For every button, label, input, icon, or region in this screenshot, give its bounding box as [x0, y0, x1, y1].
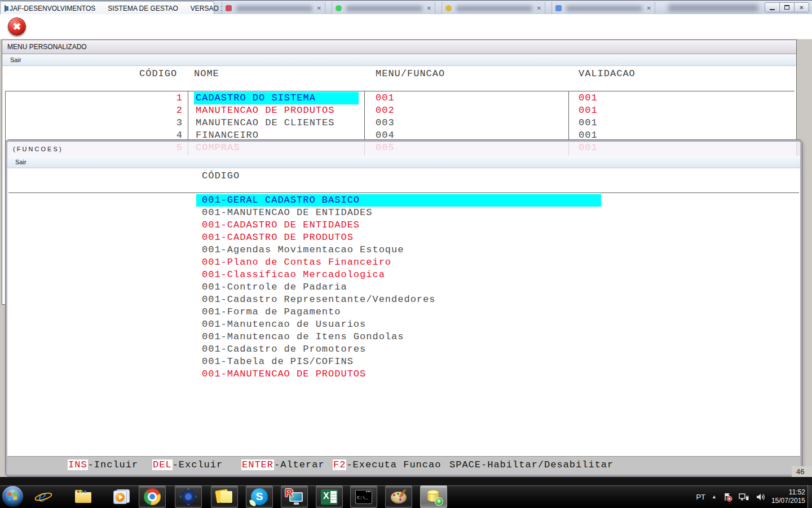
remote-app-icon: R	[284, 488, 305, 506]
funcoes-list-item[interactable]: 001-CADASTRO DE PRODUTOS	[196, 231, 601, 244]
tab-redacted-4[interactable]: ✕	[551, 2, 655, 15]
taskbar-item-internet-explorer[interactable]: e	[34, 487, 56, 506]
taskbar-item-media-player[interactable]	[111, 487, 133, 506]
funcoes-title: ( F U N C O E S )	[13, 146, 61, 152]
funcoes-list-item[interactable]: 001-CADASTRO DE ENTIDADES	[196, 219, 601, 231]
column-header-nome: NOME	[194, 68, 219, 79]
cell-menu-funcao: 002	[376, 104, 395, 117]
funcoes-titlebar[interactable]: ( F U N C O E S )	[7, 142, 800, 156]
show-desktop-button[interactable]	[807, 485, 812, 508]
hint-f2: F2-Executa Funcao	[333, 457, 441, 475]
cell-nome: MANUTENCAO DE PRODUTOS	[194, 104, 359, 117]
taskbar-item-database-app[interactable]: +	[420, 485, 447, 508]
funcoes-list-item[interactable]: 001-Cadastro de Promotores	[196, 343, 601, 356]
clock[interactable]: 11:52 15/07/2015	[771, 488, 805, 505]
taskbar-item-sticky-notes[interactable]	[211, 485, 238, 508]
command-prompt-icon: C:\_	[355, 490, 372, 504]
skype-icon: S	[251, 488, 268, 505]
taskbar-item-excel[interactable]: X	[316, 485, 343, 508]
menu-window-titlebar[interactable]: MENU PERSONALIZADO	[2, 40, 796, 54]
tab-close-icon[interactable]: ✕	[317, 5, 321, 11]
funcoes-list-item[interactable]: 001-MANUTENCAO DE PRODUTOS	[196, 368, 601, 380]
cell-codigo: 3	[141, 117, 183, 129]
funcoes-item-label: 001-Cadastro de Promotores	[196, 344, 366, 354]
table-row[interactable]: 3 MANUTENCAO DE CLIENTES 003 001	[2, 117, 796, 129]
taskbar-item-photo-app[interactable]	[175, 485, 202, 508]
funcoes-list-item[interactable]: 001-Forma de Pagamento	[196, 306, 601, 318]
funcoes-list-item[interactable]: 001-Tabela de PIS/COFINS	[196, 356, 601, 368]
clock-date: 15/07/2015	[771, 497, 805, 505]
language-indicator[interactable]: PT	[696, 493, 705, 501]
funcoes-list-item[interactable]: 001-Manutencao de Itens Gondolas	[196, 331, 601, 343]
cell-menu-funcao: 001	[376, 92, 395, 104]
tab-title-part: JAF-DESENVOLVIMENTOS	[10, 5, 95, 12]
maximize-icon	[784, 5, 789, 10]
close-record-button[interactable]: ✖	[8, 17, 26, 36]
funcoes-item-label: 001-Cadastro Representante/Vendedores	[196, 294, 435, 305]
clock-time: 11:52	[789, 488, 805, 496]
funcoes-list-item[interactable]: 001-Plano de Contas Financeiro	[196, 256, 601, 269]
database-add-icon: +	[423, 488, 444, 506]
minimize-button[interactable]	[765, 2, 780, 12]
app-favicon-icon	[5, 5, 6, 12]
funcoes-list-item[interactable]: 001-Classificao Mercadologica	[196, 269, 601, 281]
funcoes-list-item[interactable]: 001-Controle de Padaria	[196, 281, 601, 294]
taskbar-item-chrome[interactable]	[139, 485, 166, 508]
windows-logo-icon	[7, 492, 17, 501]
funcoes-header-line	[8, 192, 799, 193]
tab-redacted-3[interactable]: ✕	[442, 2, 545, 15]
key-space: SPACE	[449, 459, 481, 470]
tab-favicon-icon	[336, 5, 342, 11]
taskbar: e S	[0, 484, 812, 508]
tab-redacted-1[interactable]: ✕	[222, 2, 325, 15]
taskbar-item-command-prompt[interactable]: C:\_	[350, 485, 377, 508]
hidden-icons-arrow[interactable]: ▲	[712, 494, 717, 500]
taskbar-item-explorer[interactable]	[72, 487, 95, 506]
table-row[interactable]: 2 MANUTENCAO DE PRODUTOS 002 001	[2, 104, 796, 117]
funcoes-status-bar: INS-Incluir DEL-Excluir ENTER-Alterar F2…	[7, 456, 800, 474]
volume-icon[interactable]	[756, 492, 765, 502]
network-icon[interactable]	[739, 492, 749, 502]
maximize-button[interactable]	[779, 2, 795, 12]
funcoes-list-item[interactable]: 001-Manutencao de Usuarios	[196, 318, 601, 331]
funcoes-item-label: 001-Manutencao de Usuarios	[196, 319, 366, 330]
redacted-window-title	[668, 5, 758, 11]
tab-redacted-2[interactable]: ✕	[332, 2, 435, 15]
cell-codigo: 2	[141, 104, 183, 117]
redacted-tab-title	[346, 6, 422, 11]
key-ins: INS	[68, 459, 88, 470]
tab-favicon-icon	[445, 5, 452, 11]
hint-enter: ENTER-Alterar	[241, 457, 325, 475]
funcoes-list-item[interactable]: 001-MANUTENCAO DE ENTIDADES	[196, 207, 601, 219]
taskbar-item-paint[interactable]	[385, 485, 412, 508]
funcoes-item-label: 001-CADASTRO DE ENTIDADES	[196, 220, 360, 230]
tab-close-icon[interactable]: ✕	[427, 5, 431, 11]
menu-item-sair[interactable]: Sair	[10, 56, 21, 63]
taskbar-item-skype[interactable]: S	[246, 485, 273, 508]
browser-tab-bar: JAF-DESENVOLVIMENTOS SISTEMA DE GESTAO V…	[0, 0, 812, 14]
menu-item-sair[interactable]: Sair	[15, 159, 27, 165]
funcoes-list-item[interactable]: 001-Cadastro Representante/Vendedores	[196, 294, 601, 306]
taskbar-item-remote-app[interactable]: R	[281, 485, 308, 508]
funcoes-list-item[interactable]: 001-GERAL CADASTRO BASICO	[196, 194, 601, 207]
hint-label: -Incluir	[88, 459, 139, 470]
funcoes-item-label: 001-MANUTENCAO DE ENTIDADES	[196, 207, 372, 218]
tab-close-icon[interactable]: ✕	[647, 5, 651, 11]
close-icon: ✕	[799, 5, 804, 11]
key-enter: ENTER	[241, 459, 274, 470]
menu-window-menubar: Sair	[2, 54, 796, 66]
tab-jaf-sistema[interactable]: JAF-DESENVOLVIMENTOS SISTEMA DE GESTAO V…	[0, 1, 214, 15]
funcoes-item-label: 001-CADASTRO DE PRODUTOS	[196, 232, 354, 243]
column-header-codigo: CÓDIGO	[139, 68, 177, 79]
funcoes-client: CÓDIGO 001-GERAL CADASTRO BASICO 001-MAN…	[7, 168, 800, 456]
funcoes-list-item[interactable]: 001-Agendas Movimentacao Estoque	[196, 244, 601, 256]
start-button[interactable]	[2, 486, 23, 507]
action-center-flag-icon[interactable]	[723, 492, 732, 502]
funcoes-item-label: 001-Manutencao de Itens Gondolas	[196, 331, 404, 342]
close-x-icon: ✖	[13, 21, 21, 33]
tab-close-icon[interactable]: ✕	[537, 5, 541, 11]
photo-app-icon	[178, 487, 198, 507]
table-row[interactable]: 1 CADASTRO DO SISTEMA 001 001	[2, 92, 796, 104]
column-header-menu-funcao: MENU/FUNCAO	[376, 68, 445, 79]
close-button[interactable]: ✕	[794, 2, 809, 12]
